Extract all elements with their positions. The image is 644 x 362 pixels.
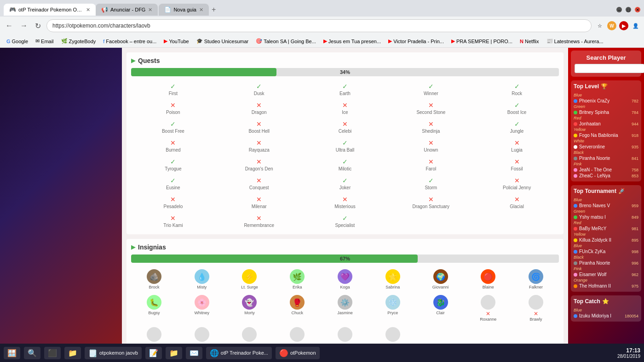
player-score: 784 [632,110,638,115]
bookmark-pra[interactable]: ▶ PRA SEMPRE | PORO... [448,37,515,45]
player-item[interactable]: Phoenix CraZy782 [574,98,638,104]
search-player-input[interactable] [575,64,644,73]
bookmark-star-icon[interactable]: ☆ [595,21,604,30]
tab-3-title: Nova guia [173,7,196,12]
quest-item: ✕Pesadelo [131,194,215,211]
bookmark-latestnews[interactable]: 📰 Latestnews - Aurera... [544,37,606,45]
player-item[interactable]: Serveronline935 [574,144,638,150]
player-item[interactable]: Breno Naves V959 [574,203,638,209]
bookmark-zygote[interactable]: 🌿 ZygoteBody [58,37,99,45]
user-icon-2[interactable]: ▶ [619,21,628,30]
tab-1-close[interactable]: ✕ [86,7,90,13]
bookmark-taleon[interactable]: 🎯 Taleon SA | Going Be... [253,37,319,45]
quest-item: ✕Misterious [303,194,387,211]
insignia-badge: 🌍 [433,269,448,284]
player-score: 918 [632,133,638,138]
bookmark-jesus[interactable]: ▶ Jesus em Tua presen... [321,37,384,45]
player-item[interactable]: Piranha Noorte841 [574,155,638,161]
player-item[interactable]: Fogo Na Babiloniia918 [574,132,638,138]
player-name: Piranha Noorte [579,260,630,266]
quest-name: Milenar [252,204,267,209]
top-catch-list: BlueIzuku Midoriya I180054 [574,307,638,319]
user-icon-1[interactable]: W [607,21,616,30]
tab-2[interactable]: 📢 Anunciar - DFG ✕ [96,4,158,16]
otpokemon-jaovb-button[interactable]: 🗒️ otpokemon jaovb [85,347,142,359]
bookmark-studeo[interactable]: 🎓 Studeo Unicesumar [194,37,252,45]
back-button[interactable]: ← [4,20,15,32]
quests-title: Quests [138,57,160,64]
bookmark-facebook[interactable]: f Facebook – entre ou... [100,38,159,45]
profile-icon[interactable]: 👤 [631,21,640,30]
color-dot [574,314,577,318]
mail-button[interactable]: ✉️ [186,347,202,359]
minimize-button[interactable]: – [616,7,622,12]
address-bar[interactable]: https://otpokemon.com/characters/laovb [46,19,592,32]
insignia-name: Brock [149,285,159,289]
player-item[interactable]: Piranha Noorte996 [574,260,638,266]
player-item[interactable]: The Hofmann II975 [574,283,638,289]
bookmark-youtube[interactable]: ▶ YouTube [161,37,191,45]
x-icon: ✕ [428,158,434,165]
quest-name: Boost Free [162,129,184,134]
bookmark-email[interactable]: ✉ Email [33,37,57,45]
x-icon: ✕ [342,102,348,109]
maximize-button[interactable]: □ [626,7,631,12]
close-button[interactable]: ✕ [635,7,640,12]
insignia-name: Falkner [529,285,543,289]
tab-1-title: otP Treinador Pokemon Online N... [18,7,83,12]
quest-item: ✕Trio Kami [131,213,215,230]
player-item[interactable]: Eisamer Wolf962 [574,272,638,277]
file-explorer-button[interactable]: 📁 [64,347,81,359]
browser-window: 🎮 otP Treinador Pokemon Online N... ✕ 📢 … [0,0,644,48]
quest-item: ✕Ice [303,100,387,117]
tab-3[interactable]: 📄 Nova guia ✕ [159,4,209,16]
insignia-badge: 💜 [338,269,352,284]
tab-3-close[interactable]: ✕ [199,7,203,13]
player-item[interactable]: BaBy MeRcY981 [574,226,638,232]
insignias-section: ▶ Insignias 67% 🪨Brock💧Misty⚡Lt. Surge🌿E… [126,239,564,360]
new-tab-button[interactable]: + [212,6,216,14]
quest-name: Boost Ice [507,110,527,115]
quest-name: Trio Kami [163,223,183,228]
quest-item: ✕Fossil [475,156,559,173]
quest-item: ✕Conquest [217,175,301,192]
top-level-list: BluePhoenix CraZy782GreenBritney Spinha7… [574,92,638,179]
word-button[interactable]: 📝 [145,347,162,359]
jesus-icon: ▶ [323,38,327,44]
browser-taskbar-button[interactable]: 🌐 otP Treinador Poke... [206,347,272,359]
bookmark-google[interactable]: G Google [4,38,31,45]
insignia-badge [147,327,161,342]
quest-item: ✕Dragon [217,100,301,117]
player-item[interactable]: Killua Zoldyck II895 [574,237,638,243]
insignia-badge [385,327,400,342]
insignia-item: ⚙️Jasmine [322,293,368,323]
zygote-icon: 🌿 [61,38,68,44]
player-item[interactable]: FUnCk ZyKa998 [574,249,638,255]
x-icon: ✕ [256,215,262,222]
netflix-icon: N [520,39,523,44]
player-item[interactable]: Jonhaatan944 [574,121,638,127]
x-icon: ✕ [170,196,176,203]
color-dot [574,157,577,160]
folder-button[interactable]: 📁 [166,347,182,359]
player-item[interactable]: Britney Spinha784 [574,109,638,115]
otpokemon-button[interactable]: 🔴 otPokemon [276,347,320,359]
bookmark-netflix[interactable]: N Netflix [517,38,542,45]
bookmark-victor[interactable]: ▶ Victor Pradella - Prin... [385,37,447,45]
search-taskbar-button[interactable]: 🔍 [24,347,40,359]
forward-button[interactable]: → [18,20,29,32]
refresh-button[interactable]: ↻ [33,20,43,32]
quest-name: Ultra Ball [336,147,355,153]
player-item[interactable]: Yshy matsu I849 [574,214,638,220]
quest-name: Specialist [335,223,355,228]
x-icon: ✕ [428,139,434,147]
quests-section: ▶ Quests 34% ✓First✓Dusk✓Earth✓Winner✓Ro… [126,52,564,234]
player-item[interactable]: Izuku Midoriya I180054 [574,313,638,319]
player-item[interactable]: ZheaC - LeNya853 [574,173,638,179]
left-background [0,48,122,362]
player-item[interactable]: JeaN - The One758 [574,167,638,173]
start-button[interactable]: 🪟 [4,347,20,359]
tab-2-close[interactable]: ✕ [148,7,152,13]
task-view-button[interactable]: ⬛ [44,347,61,359]
tab-1[interactable]: 🎮 otP Treinador Pokemon Online N... ✕ [4,4,96,16]
